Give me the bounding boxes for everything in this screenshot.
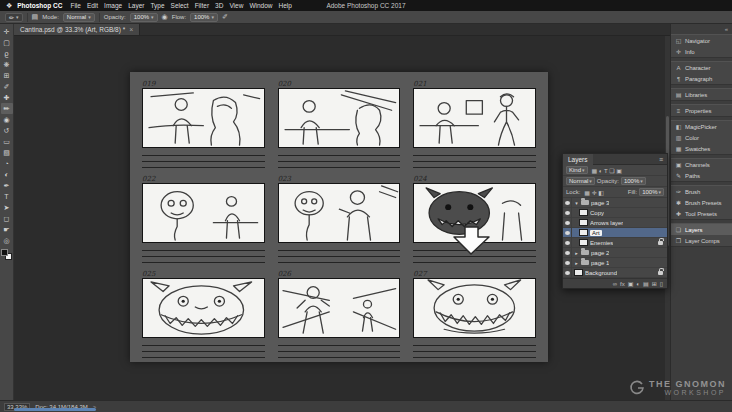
layer-row-background[interactable]: Background	[563, 268, 667, 278]
dock-item-brush[interactable]: ✑Brush	[671, 186, 732, 197]
blur-tool[interactable]: ◔	[1, 158, 13, 169]
new-group-icon[interactable]: ▤	[643, 280, 649, 287]
chevron-down-icon[interactable]: ▾	[574, 200, 579, 206]
eyedropper-tool[interactable]: ✐	[1, 81, 13, 92]
visibility-toggle[interactable]	[563, 238, 572, 247]
dock-item-swatches[interactable]: ▦Swatches	[671, 143, 732, 154]
layer-row-copy[interactable]: Copy	[563, 208, 667, 218]
blend-mode-select[interactable]: Normal ▾	[566, 177, 595, 185]
hand-tool[interactable]: ☛	[1, 224, 13, 235]
chevron-right-icon[interactable]: ▸	[574, 250, 579, 256]
brush-panel-toggle-icon[interactable]: ▤	[32, 13, 39, 21]
clone-stamp-tool[interactable]: ◉	[1, 114, 13, 125]
eraser-tool[interactable]: ▭	[1, 136, 13, 147]
dock-item-libraries[interactable]: ▤Libraries	[671, 89, 732, 100]
dock-item-navigator[interactable]: ◱Navigator	[671, 35, 732, 46]
color-swatches[interactable]	[1, 249, 12, 260]
marquee-tool[interactable]: ▢	[1, 37, 13, 48]
storyboard-frame[interactable]	[413, 183, 536, 243]
dock-item-info[interactable]: ✛Info	[671, 46, 732, 57]
menu-layer[interactable]: Layer	[125, 2, 147, 9]
layer-opacity-select[interactable]: 100% ▾	[621, 177, 646, 185]
filter-kind-select[interactable]: Kind ▾	[566, 166, 588, 174]
storyboard-frame[interactable]	[278, 183, 401, 243]
dock-item-paths[interactable]: ✎Paths	[671, 170, 732, 181]
dock-item-tool-presets[interactable]: ✚Tool Presets	[671, 208, 732, 219]
tab-close-icon[interactable]: ×	[129, 26, 133, 33]
app-menu[interactable]: Photoshop CC	[17, 2, 62, 9]
healing-brush-tool[interactable]: ✚	[1, 92, 13, 103]
visibility-toggle[interactable]	[563, 268, 572, 277]
dock-item-properties[interactable]: ≡Properties	[671, 105, 732, 116]
layer-row-arrows-layer[interactable]: Arrows layer	[563, 218, 667, 228]
dock-item-layer-comps[interactable]: ❐Layer Comps	[671, 235, 732, 246]
storyboard-frame[interactable]	[142, 88, 265, 148]
dock-item-layers[interactable]: ❏Layers	[671, 224, 732, 235]
chevron-right-icon[interactable]: ▸	[574, 260, 579, 266]
brush-tool[interactable]: ✏	[1, 103, 13, 114]
artboard[interactable]: 019020021022023024025026027	[130, 72, 548, 362]
lock-icons[interactable]: ▦ ✛ ◧	[584, 189, 604, 196]
move-tool[interactable]: ✛	[1, 26, 13, 37]
document-tab[interactable]: Cantina.psd @ 33.3% (Art, RGB/8) * ×	[14, 23, 140, 35]
pen-pressure-icon[interactable]: ◉	[162, 13, 168, 21]
history-brush-tool[interactable]: ↺	[1, 125, 13, 136]
fill-select[interactable]: 100% ▾	[639, 188, 664, 196]
layer-row-page-2[interactable]: ▸page 2	[563, 248, 667, 258]
dock-item-brush-presets[interactable]: ✱Brush Presets	[671, 197, 732, 208]
menu-image[interactable]: Image	[101, 2, 125, 9]
opacity-select[interactable]: 100% ▾	[130, 13, 158, 22]
dock-item-character[interactable]: ACharacter	[671, 62, 732, 73]
foreground-color-swatch[interactable]	[1, 249, 8, 256]
adjustment-layer-icon[interactable]: ◐	[636, 281, 640, 287]
menu-filter[interactable]: Filter	[192, 2, 212, 9]
menu-window[interactable]: Window	[246, 2, 275, 9]
layer-mask-icon[interactable]: ▣	[628, 280, 634, 287]
collapse-dock-icon[interactable]: «	[671, 26, 732, 34]
crop-tool[interactable]: ⊞	[1, 70, 13, 81]
storyboard-frame[interactable]	[142, 183, 265, 243]
menu-view[interactable]: View	[226, 2, 246, 9]
pen-tool[interactable]: ✒	[1, 180, 13, 191]
menu-help[interactable]: Help	[276, 2, 295, 9]
visibility-toggle[interactable]	[563, 208, 572, 217]
airbrush-icon[interactable]: ✐	[222, 13, 228, 21]
apple-menu-icon[interactable]: ❖	[6, 2, 12, 10]
storyboard-frame[interactable]	[278, 88, 401, 148]
layer-row-art[interactable]: Art	[563, 228, 667, 238]
new-layer-icon[interactable]: ⊞	[652, 280, 657, 287]
storyboard-frame[interactable]	[278, 278, 401, 338]
menu-select[interactable]: Select	[168, 2, 192, 9]
menu-3d[interactable]: 3D	[212, 2, 226, 9]
gradient-tool[interactable]: ▧	[1, 147, 13, 158]
layer-row-page-3[interactable]: ▾page 3	[563, 198, 667, 208]
horizontal-scrollbar-thumb[interactable]	[14, 408, 96, 411]
menu-file[interactable]: File	[67, 2, 83, 9]
visibility-toggle[interactable]	[563, 218, 572, 227]
link-layers-icon[interactable]: ∞	[613, 281, 617, 287]
dock-item-color[interactable]: ▥Color	[671, 132, 732, 143]
path-selection-tool[interactable]: ➤	[1, 202, 13, 213]
lasso-tool[interactable]: ϱ	[1, 48, 13, 59]
storyboard-frame[interactable]	[413, 88, 536, 148]
dodge-tool[interactable]: ◐	[1, 169, 13, 180]
panel-menu-icon[interactable]: ≡	[655, 156, 667, 163]
tool-preset-picker[interactable]: ✏ ▾	[5, 13, 23, 22]
type-tool[interactable]: T	[1, 191, 13, 202]
zoom-tool[interactable]: ◎	[1, 235, 13, 246]
dock-item-channels[interactable]: ▣Channels	[671, 159, 732, 170]
storyboard-frame[interactable]	[413, 278, 536, 338]
visibility-toggle[interactable]	[563, 198, 572, 207]
menu-type[interactable]: Type	[147, 2, 167, 9]
layer-row-enemies[interactable]: Enemies	[563, 238, 667, 248]
quick-selection-tool[interactable]: ❋	[1, 59, 13, 70]
shape-tool[interactable]: ◻	[1, 213, 13, 224]
layer-row-page-1[interactable]: ▸page 1	[563, 258, 667, 268]
flow-select[interactable]: 100% ▾	[190, 13, 218, 22]
visibility-toggle[interactable]	[563, 258, 572, 267]
visibility-toggle[interactable]	[563, 248, 572, 257]
storyboard-frame[interactable]	[142, 278, 265, 338]
layers-tab[interactable]: Layers	[563, 154, 593, 165]
menu-edit[interactable]: Edit	[84, 2, 101, 9]
delete-layer-icon[interactable]: ▯	[660, 280, 663, 287]
